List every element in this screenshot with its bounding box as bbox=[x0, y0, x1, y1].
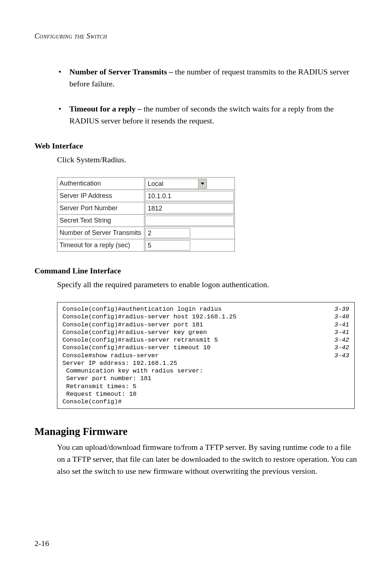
cli-text: Server IP address: 192.168.1.25 bbox=[62, 359, 177, 367]
page-number: 2-16 bbox=[34, 539, 49, 548]
table-row: Timeout for a reply (sec) 5 bbox=[57, 239, 235, 252]
cli-line: Server port number: 181 bbox=[62, 375, 349, 382]
bullet-label: Timeout for a reply – bbox=[69, 104, 144, 113]
bullet-item: Timeout for a reply – the number of seco… bbox=[57, 103, 358, 127]
field-label-timeout: Timeout for a reply (sec) bbox=[57, 239, 144, 252]
cli-line: Console(config)#authentication login rad… bbox=[62, 305, 349, 313]
cli-text: Console(config)# bbox=[62, 398, 122, 406]
cli-line: Console(config)#radius-server key green3… bbox=[62, 329, 349, 336]
bullet-list: Number of Server Transmits – the number … bbox=[57, 66, 358, 127]
cli-ref: 3-43 bbox=[334, 352, 349, 359]
authentication-select-value: Local bbox=[146, 179, 198, 188]
table-row: Authentication Local bbox=[57, 178, 235, 190]
table-row: Server IP Address 10.1.0.1 bbox=[57, 190, 235, 202]
running-head: Configuring the Switch bbox=[34, 32, 358, 40]
cli-output-box: Console(config)#authentication login rad… bbox=[57, 302, 355, 409]
field-cell: Local bbox=[144, 178, 235, 190]
cli-heading: Command Line Interface bbox=[34, 266, 358, 276]
field-label-transmits: Number of Server Transmits bbox=[57, 227, 144, 239]
firmware-heading: Managing Firmware bbox=[34, 426, 358, 437]
field-cell: 2 bbox=[144, 227, 235, 239]
chevron-down-icon[interactable] bbox=[198, 179, 207, 188]
cli-ref: 3-41 bbox=[334, 321, 349, 329]
firmware-body: You can upload/download firmware to/from… bbox=[57, 441, 358, 477]
server-port-input[interactable]: 1812 bbox=[145, 203, 234, 213]
cli-line: Communication key with radius server: bbox=[62, 367, 349, 375]
table-row: Number of Server Transmits 2 bbox=[57, 227, 235, 239]
cli-text: Console(config)#authentication login rad… bbox=[62, 305, 222, 313]
field-cell bbox=[144, 215, 235, 227]
cli-line: Console(config)# bbox=[62, 398, 349, 406]
authentication-select[interactable]: Local bbox=[145, 179, 207, 189]
radius-config-table: Authentication Local Server IP Address 1… bbox=[57, 177, 235, 252]
bullet-item: Number of Server Transmits – the number … bbox=[57, 66, 358, 90]
cli-text: Request timeout: 10 bbox=[62, 390, 136, 398]
field-label-server-ip: Server IP Address bbox=[57, 190, 144, 202]
field-cell: 10.1.0.1 bbox=[144, 190, 235, 202]
cli-ref: 3-42 bbox=[334, 336, 349, 344]
secret-input[interactable] bbox=[145, 216, 234, 226]
cli-text: Console(config)#radius-server timeout 10 bbox=[62, 344, 211, 351]
cli-ref: 3-42 bbox=[334, 344, 349, 351]
field-cell: 5 bbox=[144, 239, 235, 252]
cli-text: Retransmit times: 5 bbox=[62, 383, 136, 390]
cli-ref: 3-41 bbox=[334, 329, 349, 336]
cli-line: Console(config)#radius-server retransmit… bbox=[62, 336, 349, 344]
cli-line: Console#show radius-server3-43 bbox=[62, 352, 349, 359]
cli-line: Console(config)#radius-server port 1813-… bbox=[62, 321, 349, 329]
server-ip-input[interactable]: 10.1.0.1 bbox=[145, 191, 234, 201]
field-label-authentication: Authentication bbox=[57, 178, 144, 190]
field-cell: 1812 bbox=[144, 202, 235, 215]
transmits-input[interactable]: 2 bbox=[145, 228, 190, 238]
cli-ref: 3-40 bbox=[334, 313, 349, 321]
cli-line: Console(config)#radius-server timeout 10… bbox=[62, 344, 349, 351]
table-row: Secret Text String bbox=[57, 215, 235, 227]
cli-text: Server port number: 181 bbox=[62, 375, 151, 382]
bullet-label: Number of Server Transmits – bbox=[69, 67, 175, 76]
cli-text: Console(config)#radius-server retransmit… bbox=[62, 336, 218, 344]
field-label-server-port: Server Port Number bbox=[57, 202, 144, 215]
cli-line: Console(config)#radius-server host 192.1… bbox=[62, 313, 349, 321]
cli-instruction: Specify all the required parameters to e… bbox=[57, 278, 358, 290]
cli-line: Request timeout: 10 bbox=[62, 390, 349, 398]
web-interface-instruction: Click System/Radius. bbox=[57, 154, 358, 166]
field-label-secret: Secret Text String bbox=[57, 215, 144, 227]
cli-ref: 3-39 bbox=[334, 305, 349, 313]
cli-line: Server IP address: 192.168.1.25 bbox=[62, 359, 349, 367]
table-row: Server Port Number 1812 bbox=[57, 202, 235, 215]
cli-text: Communication key with radius server: bbox=[62, 367, 203, 375]
cli-text: Console(config)#radius-server key green bbox=[62, 329, 207, 336]
cli-text: Console(config)#radius-server port 181 bbox=[62, 321, 203, 329]
timeout-input[interactable]: 5 bbox=[145, 240, 190, 251]
cli-text: Console(config)#radius-server host 192.1… bbox=[62, 313, 236, 321]
cli-text: Console#show radius-server bbox=[62, 352, 159, 359]
cli-line: Retransmit times: 5 bbox=[62, 383, 349, 390]
web-interface-heading: Web Interface bbox=[34, 141, 358, 151]
